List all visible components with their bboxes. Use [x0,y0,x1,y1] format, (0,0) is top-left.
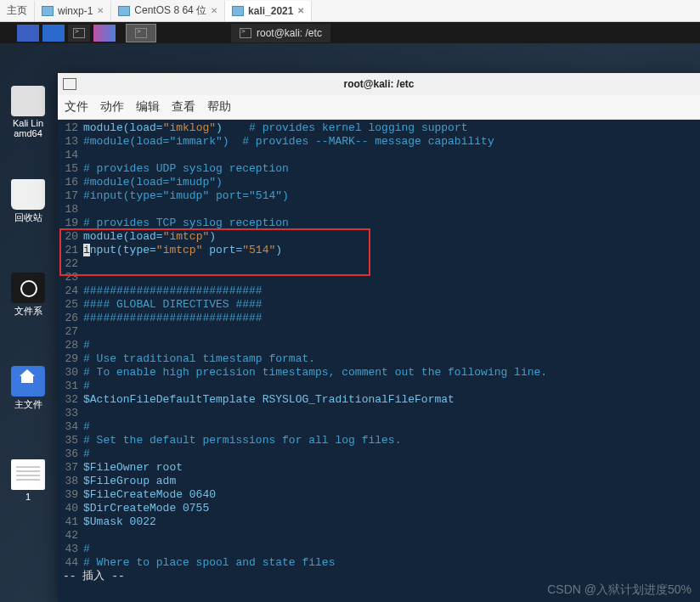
code-line: 30# To enable high precision timestamps,… [58,366,700,380]
desktop-icon-document[interactable]: 1 [8,459,48,502]
terminal-icon [63,78,76,90]
vm-tab-label: CentOS 8 64 位 [134,3,206,18]
code-line: 43# [58,543,700,556]
icon-label: 文件系 [8,305,48,318]
code-line: 44# Where to place spool and state files [58,556,700,570]
code-line: 27 [58,325,700,339]
menu-item[interactable]: 动作 [100,99,124,115]
file-manager-button[interactable] [42,25,65,42]
vim-status-line: -- 插入 -- [58,570,700,583]
code-line: 34# [58,420,700,434]
desktop-icon-home[interactable]: 主文件 [8,366,48,411]
code-line: 24########################### [58,284,700,298]
desktop-icon-kali-installer[interactable]: Kali Lin amd64 [8,86,48,138]
icon-label: 回收站 [8,211,48,224]
code-line: 36# [58,447,700,461]
terminal-window: root@kali: /etc 文件动作编辑查看帮助 12module(load… [58,73,700,602]
menu-item[interactable]: 编辑 [136,99,160,115]
vm-tab-label: kali_2021 [248,5,293,17]
code-line: 19# provides TCP syslog reception [58,217,700,230]
host-icon [232,6,244,16]
vm-tab[interactable]: kali_2021✕ [225,1,312,21]
terminal-menu-bar: 文件动作编辑查看帮助 [58,95,700,120]
menu-item[interactable]: 帮助 [207,99,231,115]
vm-tab[interactable]: winxp-1✕ [35,1,111,21]
code-line: 23 [58,271,700,284]
code-line: 32$ActionFileDefaultTemplate RSYSLOG_Tra… [58,393,700,407]
terminal-editor-body[interactable]: 12module(load="imklog") # provides kerne… [58,120,700,602]
desktop: KALI BY OFFENSIVE SECURIT Kali Lin amd64… [0,43,700,602]
icon-label: 1 [8,492,48,502]
menu-item[interactable]: 查看 [172,99,195,115]
desktop-icon-filesystem[interactable]: 文件系 [8,273,48,318]
icon-label: Kali Lin amd64 [8,118,48,138]
taskbar-window-item[interactable]: root@kali: /etc [231,24,330,42]
icon-label: 主文件 [8,398,48,411]
terminal-title-text: root@kali: /etc [343,78,414,90]
code-line: 22 [58,257,700,271]
host-icon [118,6,130,16]
code-line: 39$FileCreateMode 0640 [58,488,700,502]
code-line: 17#input(type="imudp" port="514") [58,189,700,203]
vm-tab-label: winxp-1 [58,5,93,17]
code-line: 18 [58,203,700,217]
desktop-icon-trash[interactable]: 回收站 [8,179,48,224]
code-line: 21input(type="imtcp" port="514") [58,244,700,257]
code-line: 13#module(load="immark") # provides --MA… [58,135,700,149]
code-line: 29# Use traditional timestamp format. [58,352,700,366]
host-icon [42,6,54,16]
close-icon[interactable]: ✕ [211,6,217,15]
code-line: 25#### GLOBAL DIRECTIVES #### [58,298,700,312]
active-terminal-button[interactable] [126,24,156,42]
code-line: 20module(load="imtcp") [58,230,700,244]
close-icon[interactable]: ✕ [97,6,104,15]
close-icon[interactable]: ✕ [297,6,304,15]
menu-item[interactable]: 文件 [65,99,88,115]
code-line: 15# provides UDP syslog reception [58,162,700,176]
code-line: 28# [58,339,700,352]
code-line: 38$FileGroup adm [58,475,700,488]
code-line: 37$FileOwner root [58,461,700,475]
vm-tab-label: 主页 [7,3,27,18]
terminal-titlebar[interactable]: root@kali: /etc [58,73,700,95]
terminal-shortcut[interactable] [68,25,90,42]
vm-tab[interactable]: CentOS 8 64 位✕ [111,1,225,21]
vm-tab-bar: 主页winxp-1✕CentOS 8 64 位✕kali_2021✕ [0,0,700,22]
code-line: 14 [58,149,700,162]
code-line: 12module(load="imklog") # provides kerne… [58,121,700,135]
code-line: 41$Umask 0022 [58,515,700,529]
vm-tab[interactable]: 主页 [0,1,35,21]
code-line: 35# Set the default permissions for all … [58,434,700,447]
code-line: 40$DirCreateMode 0755 [58,502,700,515]
code-line: 16#module(load="imudp") [58,176,700,189]
app-button[interactable] [93,25,116,42]
terminal-icon [240,28,251,38]
code-line: 31# [58,380,700,393]
code-line: 26########################### [58,312,700,325]
code-line: 42 [58,529,700,543]
code-line: 33 [58,407,700,420]
kali-taskbar: root@kali: /etc [0,22,700,43]
taskbar-window-title: root@kali: /etc [257,27,322,39]
show-desktop-button[interactable] [17,25,39,42]
